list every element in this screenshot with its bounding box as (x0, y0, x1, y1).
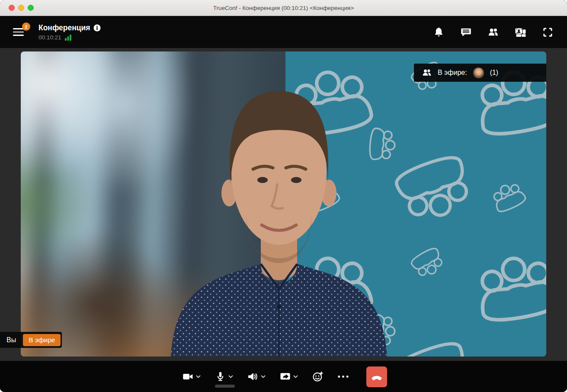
call-controls-bar (0, 361, 567, 392)
smiley-plus-icon (312, 371, 324, 382)
conference-timer: 00:10:21 (38, 34, 61, 41)
more-options-button[interactable] (336, 369, 351, 384)
info-icon[interactable] (93, 24, 101, 32)
conference-info-block: Конференция 00:10:21 (38, 23, 101, 41)
video-stage: В эфире: (1) Вы В эфире (0, 48, 567, 361)
header-icon-bar (432, 25, 556, 39)
speaker-icon (247, 371, 259, 382)
window-title: TrueConf - Конференция (00:10:21) <Конфе… (213, 5, 354, 11)
speaker-person (158, 54, 400, 357)
screen-share-icon (279, 371, 291, 382)
notification-count-badge: 2 (22, 22, 30, 31)
speaker-options-chevron[interactable] (261, 375, 266, 379)
live-participants-bar[interactable]: В эфире: (1) (414, 64, 546, 82)
chat-icon (460, 26, 472, 38)
chat-button[interactable] (459, 25, 473, 39)
minimize-window-button[interactable] (18, 5, 24, 11)
fullscreen-button[interactable] (541, 25, 555, 39)
close-window-button[interactable] (9, 5, 15, 11)
trueconf-window: TrueConf - Конференция (00:10:21) <Конфе… (0, 0, 567, 392)
speaker-button[interactable] (245, 369, 267, 384)
self-status-label: Вы В эфире (0, 332, 62, 348)
live-bar-label: В эфире: (438, 69, 467, 77)
microphone-options-chevron[interactable] (228, 375, 233, 379)
fullscreen-icon (542, 26, 554, 38)
titlebar: TrueConf - Конференция (00:10:21) <Конфе… (0, 0, 567, 16)
participants-icon (422, 67, 432, 78)
screen-share-button[interactable] (278, 369, 300, 384)
traffic-lights (9, 5, 34, 11)
microphone-icon (215, 371, 226, 382)
video-layout-icon (515, 26, 526, 38)
notifications-button[interactable] (432, 25, 446, 39)
ellipsis-icon (337, 371, 349, 382)
mic-level-meter (215, 385, 235, 388)
bell-icon (433, 26, 445, 38)
live-participant-count: (1) (490, 69, 499, 77)
app-header: 2 Конференция 00:10:21 (0, 16, 567, 48)
hangup-phone-icon (370, 370, 383, 383)
on-air-badge: В эфире (23, 334, 61, 346)
signal-strength-icon (64, 34, 72, 41)
main-video-tile: В эфире: (1) (21, 51, 546, 357)
camera-icon (182, 371, 194, 382)
hamburger-icon (13, 28, 24, 35)
reactions-button[interactable] (310, 369, 325, 384)
camera-button[interactable] (180, 369, 202, 384)
participants-icon (487, 26, 499, 38)
video-layout-button[interactable] (513, 25, 528, 39)
hamburger-menu-button[interactable]: 2 (11, 26, 26, 38)
camera-options-chevron[interactable] (196, 375, 201, 379)
hangup-button[interactable] (366, 366, 387, 387)
screen-share-options-chevron[interactable] (293, 375, 298, 379)
conference-title: Конференция (38, 23, 90, 32)
participant-avatar (473, 67, 484, 79)
microphone-button[interactable] (213, 369, 235, 384)
zoom-window-button[interactable] (28, 5, 34, 11)
participants-button[interactable] (486, 25, 500, 39)
self-name: Вы (6, 336, 16, 344)
